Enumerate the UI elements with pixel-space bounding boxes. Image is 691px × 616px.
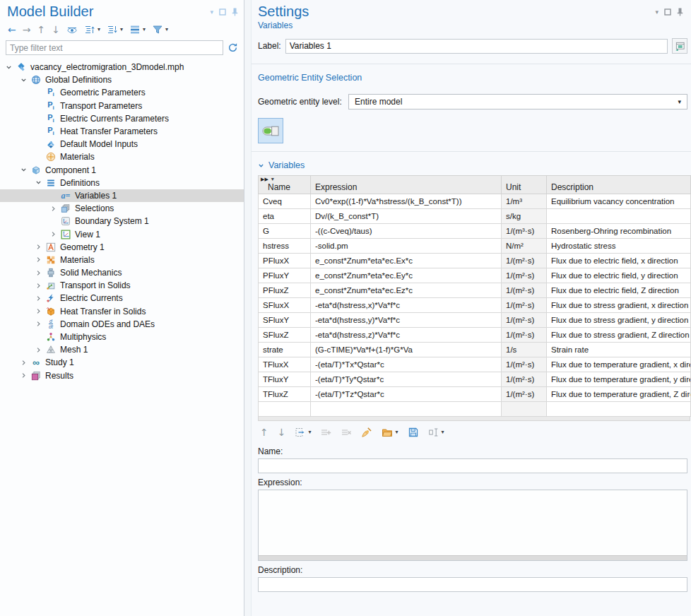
- tree-item-selections[interactable]: Selections: [0, 202, 244, 215]
- cell-unit[interactable]: 1/(m²·s): [502, 387, 547, 402]
- expand-all-button[interactable]: ▾: [82, 23, 102, 37]
- cell-unit[interactable]: 1/(m²·s): [502, 313, 547, 328]
- cell-expression[interactable]: e_const*Znum*eta*ec.Ey*c: [311, 268, 502, 283]
- name-input[interactable]: [258, 458, 687, 473]
- tree-collapsed-icon[interactable]: [33, 321, 45, 327]
- dropdown-caret-icon[interactable]: ▾: [395, 430, 398, 435]
- cell-description[interactable]: Strain rate: [547, 343, 691, 357]
- tree-item-variables-1[interactable]: a=Variables 1: [0, 189, 244, 202]
- dropdown-caret-icon[interactable]: ▾: [165, 27, 168, 32]
- dropdown-caret-icon[interactable]: ▾: [98, 27, 100, 32]
- tree-expanded-icon[interactable]: [3, 64, 15, 71]
- cell-expression[interactable]: Cv0*exp((1-f)*Va*hstress/(k_B_const*T)): [311, 194, 502, 209]
- cell-name[interactable]: SFluxY: [259, 313, 311, 328]
- forward-button[interactable]: →: [20, 23, 33, 36]
- cell-unit[interactable]: N/m²: [502, 239, 547, 254]
- cell-name[interactable]: PFluxZ: [259, 283, 311, 298]
- clear-table-button[interactable]: [359, 425, 374, 439]
- tree-item-electric-currents-parameters[interactable]: PiElectric Currents Parameters: [0, 112, 244, 125]
- cell-description[interactable]: Flux due to temperature gradient, Z dire…: [547, 387, 691, 402]
- tree-collapsed-icon[interactable]: [18, 360, 30, 366]
- description-input[interactable]: [258, 577, 687, 592]
- cell-description[interactable]: Flux due to electric field, Z direction: [547, 283, 691, 298]
- tree-item-vacancy-electromigration-3dmodel-mph[interactable]: vacancy_electromigration_3Dmodel.mph: [0, 61, 244, 73]
- cell-expression[interactable]: -solid.pm: [311, 239, 502, 254]
- pin-panel-icon[interactable]: [677, 8, 683, 16]
- tree-collapsed-icon[interactable]: [18, 372, 30, 379]
- tree-item-study-1[interactable]: ∞Study 1: [0, 356, 244, 369]
- tree-collapsed-icon[interactable]: [33, 256, 45, 263]
- tree-collapsed-icon[interactable]: [47, 206, 59, 212]
- cell-name[interactable]: SFluxX: [259, 298, 311, 313]
- expression-input[interactable]: [258, 490, 687, 561]
- cell-name[interactable]: SFluxZ: [259, 328, 311, 343]
- float-panel-icon[interactable]: [219, 8, 226, 16]
- tree-item-domain-odes-and-daes[interactable]: ddtDomain ODEs and DAEs: [0, 318, 244, 331]
- cell-unit[interactable]: 1/(m²·s): [502, 268, 547, 283]
- expression-scrollbar[interactable]: [259, 555, 687, 560]
- cell-name[interactable]: PFluxY: [259, 268, 311, 283]
- tree-item-default-model-inputs[interactable]: Default Model Inputs: [0, 138, 244, 150]
- tree-item-heat-transfer-parameters[interactable]: PiHeat Transfer Parameters: [0, 125, 244, 138]
- tree-expanded-icon[interactable]: [18, 167, 30, 173]
- cell-name[interactable]: eta: [259, 209, 311, 224]
- tree-item-materials[interactable]: Materials: [0, 150, 244, 163]
- skip-columns-icon[interactable]: ▶▶: [261, 177, 268, 182]
- cell-expression[interactable]: -eta*d(hstress,z)*Va*f*c: [311, 328, 502, 343]
- tree-collapsed-icon[interactable]: [47, 231, 59, 237]
- cell-unit[interactable]: 1/(m²·s): [502, 298, 547, 313]
- tree-item-transport-in-solids[interactable]: Transport in Solids: [0, 279, 244, 292]
- cell-description[interactable]: Flux due to temperature gradient, y dire…: [547, 372, 691, 387]
- cell-unit[interactable]: s/kg: [502, 209, 547, 224]
- cell-unit[interactable]: 1/(m³·s): [502, 224, 547, 239]
- tree-item-geometry-1[interactable]: Geometry 1: [0, 241, 244, 254]
- cell-expression[interactable]: -(eta/T)*Ty*Qstar*c: [311, 372, 502, 387]
- tree-item-mesh-1[interactable]: Mesh 1: [0, 343, 244, 356]
- cell-expression[interactable]: Dv/(k_B_const*T): [311, 209, 502, 224]
- cell-expression[interactable]: [311, 402, 502, 417]
- tree-collapsed-icon[interactable]: [33, 283, 45, 289]
- label-input[interactable]: [285, 39, 668, 54]
- back-button[interactable]: ←: [6, 23, 18, 36]
- cell-unit[interactable]: 1/(m²·s): [502, 357, 547, 372]
- move-down-button[interactable]: ↓: [49, 23, 62, 36]
- cell-unit[interactable]: 1/(m²·s): [502, 372, 547, 387]
- show-button[interactable]: [64, 23, 80, 36]
- cell-unit[interactable]: [502, 402, 547, 417]
- cell-description[interactable]: Hydrostatic stress: [547, 239, 691, 254]
- cell-unit[interactable]: 1/(m²·s): [502, 283, 547, 298]
- cell-unit[interactable]: 1/(m²·s): [502, 328, 547, 343]
- tree-collapsed-icon[interactable]: [33, 347, 45, 353]
- tree-item-global-definitions[interactable]: Global Definitions: [0, 73, 244, 86]
- tree-item-component-1[interactable]: Component 1: [0, 164, 244, 177]
- filter-button[interactable]: ▾: [150, 23, 170, 37]
- cell-description[interactable]: Flux due to stress gradient, x direction: [547, 298, 691, 313]
- tree-collapsed-icon[interactable]: [33, 244, 45, 250]
- panel-splitter[interactable]: [244, 0, 252, 616]
- tree-item-definitions[interactable]: Definitions: [0, 177, 244, 189]
- column-header-unit[interactable]: Unit: [502, 176, 547, 194]
- cell-description[interactable]: Flux due to stress gradient, y direction: [547, 313, 691, 328]
- refresh-button[interactable]: [228, 42, 238, 53]
- move-down-button[interactable]: ↓: [276, 426, 288, 439]
- float-panel-icon[interactable]: [664, 8, 671, 16]
- cell-name[interactable]: G: [259, 224, 311, 239]
- cell-expression[interactable]: e_const*Znum*eta*ec.Ez*c: [311, 283, 502, 298]
- cell-name[interactable]: PFluxX: [259, 254, 311, 268]
- tree-item-materials[interactable]: Materials: [0, 254, 244, 266]
- dropdown-caret-icon[interactable]: ▾: [271, 177, 274, 182]
- cell-description[interactable]: Flux due to stress gradient, Z direction: [547, 328, 691, 343]
- cell-unit[interactable]: 1/(m²·s): [502, 254, 547, 268]
- cell-expression[interactable]: e_const*Znum*eta*ec.Ex*c: [311, 254, 502, 268]
- column-header-description[interactable]: Description: [547, 176, 691, 194]
- tree-collapsed-icon[interactable]: [33, 270, 45, 276]
- tree-item-geometric-parameters[interactable]: PiGeometric Parameters: [0, 86, 244, 99]
- tree-item-results[interactable]: Results: [0, 369, 244, 382]
- tree-expanded-icon[interactable]: [33, 179, 45, 186]
- dropdown-caret-icon[interactable]: ▾: [120, 27, 123, 32]
- tree-collapsed-icon[interactable]: [33, 295, 45, 302]
- cell-name[interactable]: strate: [259, 343, 311, 357]
- cell-description[interactable]: Equilibrium vacancy concentration: [547, 194, 691, 209]
- filter-input[interactable]: [6, 40, 223, 55]
- cell-expression[interactable]: (G-cTIME)*Va*f+(1-f)*G*Va: [311, 343, 502, 357]
